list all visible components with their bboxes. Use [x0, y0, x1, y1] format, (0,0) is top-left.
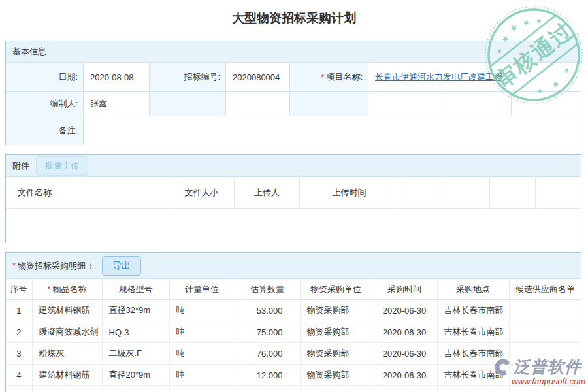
remarks-value: [84, 116, 581, 145]
detail-cell: [509, 321, 581, 343]
detail-cell: HQ-3: [102, 321, 169, 343]
detail-cell: 物资采购部: [300, 321, 372, 343]
compiler-label: 编制人:: [6, 92, 84, 116]
col-unit: 计量单位: [169, 279, 235, 300]
sort-icon[interactable]: ▲ ▼: [88, 263, 93, 269]
compiler-value: 张鑫: [84, 92, 150, 116]
detail-cell: 直径20*9m: [102, 365, 169, 386]
vendor-url: www.fanpusoft.com: [494, 376, 585, 386]
detail-cell: 5: [6, 386, 32, 392]
empty-value-cell: [368, 92, 440, 116]
col-empty: [490, 177, 536, 208]
export-button[interactable]: 导出: [102, 256, 141, 276]
col-spec-model: 规格型号: [102, 279, 169, 300]
col-candidate-suppliers: 候选供应商名单: [509, 279, 581, 300]
attachments-section-header: 附件 批量上传: [6, 155, 581, 177]
detail-cell: [169, 386, 235, 392]
batch-upload-button[interactable]: 批量上传: [36, 156, 88, 176]
col-file-name: 文件名称: [6, 177, 169, 208]
project-name-value: 长春市伊通河水力发电厂改建工程: [368, 63, 581, 92]
detail-cell: 缓凝商效减水剂: [32, 321, 102, 343]
attachments-panel: 附件 批量上传 文件名称 文件大小 上传人 上传时间: [5, 154, 581, 243]
basic-info-section-title: 基本信息: [12, 46, 46, 57]
detail-cell: 物资采购部: [300, 300, 372, 321]
required-marker: *: [47, 284, 50, 294]
col-purchase-dept: 物资采购单位: [300, 279, 372, 300]
empty-value-cell: [512, 92, 581, 116]
fanpu-logo-icon: [494, 358, 512, 376]
empty-value-cell: [226, 92, 290, 116]
detail-cell: 吨: [169, 365, 235, 386]
detail-cell: 吨: [169, 300, 235, 321]
table-row[interactable]: 5排桩30/770.000物资采购部2020-06-30吉林长春市南部: [6, 386, 581, 392]
empty-label-cell: [290, 92, 368, 116]
detail-cell: 2020-06-30: [372, 321, 437, 343]
detail-cell: 建筑材料钢筋: [32, 300, 102, 321]
detail-cell: 建筑材料钢筋: [32, 365, 102, 386]
remarks-label: 备注:: [6, 116, 84, 145]
date-value: 2020-08-08: [84, 63, 150, 92]
detail-cell: 吉林长春市南部: [437, 321, 509, 343]
vendor-brand: 泛普软件: [514, 356, 581, 378]
detail-cell: 直径32*9m: [102, 300, 169, 321]
attachments-section-title: 附件: [12, 160, 29, 172]
attachments-empty-body: [6, 209, 581, 244]
detail-cell: 2020-06-30: [372, 343, 437, 365]
bid-no-value: 2020080004: [226, 63, 290, 92]
basic-info-section-header: 基本信息: [6, 41, 581, 63]
table-row[interactable]: 1建筑材料钢筋直径32*9m吨53.000物资采购部2020-06-30吉林长春…: [6, 300, 581, 321]
detail-cell: 2: [6, 321, 32, 343]
page: 大型物资招标采购计划 审核通过 ★ ★ ★ ★ ★ ★ ★ ★: [0, 0, 588, 392]
detail-cell: 粉煤灰: [32, 343, 102, 365]
col-empty: [444, 177, 490, 208]
col-item-name: *物品名称: [32, 279, 102, 300]
col-file-size: 文件大小: [169, 177, 235, 208]
vendor-watermark: 泛普软件 www.fanpusoft.com: [494, 356, 585, 386]
col-uploader: 上传人: [235, 177, 300, 208]
detail-cell: 12.000: [235, 365, 300, 386]
col-purchase-place: 采购地点: [437, 279, 509, 300]
sort-down-icon: ▼: [88, 266, 93, 269]
detail-cell: 3: [6, 343, 32, 365]
detail-cell: 30/7: [102, 386, 169, 392]
page-title: 大型物资招标采购计划: [0, 0, 588, 27]
detail-cell: [509, 300, 581, 321]
basic-info-row-remarks: 备注:: [6, 116, 581, 145]
col-purchase-time: 采购时间: [372, 279, 437, 300]
table-row[interactable]: 2缓凝商效减水剂HQ-3吨75.000物资采购部2020-06-30吉林长春市南…: [6, 321, 581, 343]
detail-cell: 二级灰.F: [102, 343, 169, 365]
detail-cell: 75.000: [235, 321, 300, 343]
detail-cell: 吨: [169, 343, 235, 365]
detail-cell: 吨: [169, 321, 235, 343]
detail-cell: 2020-06-30: [372, 300, 437, 321]
col-upload-time: 上传时间: [300, 177, 399, 208]
empty-value-cell: [440, 92, 512, 116]
col-estimated-qty: 估算数量: [235, 279, 300, 300]
date-label: 日期:: [6, 63, 84, 92]
col-empty: [399, 177, 444, 208]
detail-cell: 2020-06-30: [372, 386, 437, 392]
detail-cell: 4: [6, 365, 32, 386]
col-seq: 序号: [6, 279, 32, 300]
detail-cell: 2020-06-30: [372, 365, 437, 386]
detail-cell: 1: [6, 300, 32, 321]
detail-section-header: * 物资招标采购明细 ▲ ▼ 导出: [6, 253, 581, 279]
project-name-label: * 项目名称:: [290, 63, 368, 92]
bid-no-label: 招标编号:: [150, 63, 226, 92]
detail-cell: [509, 386, 581, 392]
detail-cell: 76.000: [235, 343, 300, 365]
detail-cell: 53.000: [235, 300, 300, 321]
detail-cell: 排桩: [32, 386, 102, 392]
detail-cell: 吉林长春市南部: [437, 386, 509, 392]
empty-label-cell: [150, 92, 226, 116]
col-empty: [536, 177, 581, 208]
basic-info-row-1: 日期: 2020-08-08 招标编号: 2020080004 * 项目名称: …: [6, 63, 581, 92]
detail-cell: 70.000: [235, 386, 300, 392]
detail-cell: 吉林长春市南部: [437, 300, 509, 321]
detail-cell: 物资采购部: [300, 386, 372, 392]
required-marker: *: [12, 261, 16, 270]
detail-section-title: 物资招标采购明细: [18, 260, 86, 272]
project-link[interactable]: 长春市伊通河水力发电厂改建工程: [375, 71, 502, 83]
basic-info-row-2: 编制人: 张鑫: [6, 92, 581, 116]
attachments-table-header: 文件名称 文件大小 上传人 上传时间: [6, 177, 581, 209]
